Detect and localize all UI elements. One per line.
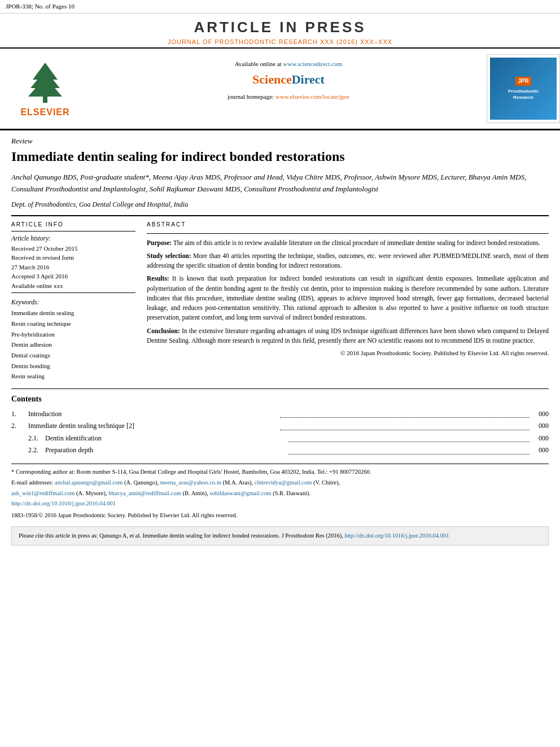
contents-dots-4	[288, 442, 530, 455]
header-section: ELSEVIER Available online at www.science…	[0, 49, 560, 130]
main-content: Review Immediate dentin sealing for indi…	[0, 130, 560, 551]
contents-page-3: 000	[532, 433, 549, 445]
two-column-section: ARTICLE INFO Article history: Received 2…	[11, 221, 549, 382]
keyword-6: Dentin bonding	[11, 361, 135, 372]
abstract-conclusion: Conclusion: In the extensive literature …	[147, 326, 549, 346]
purpose-label: Purpose:	[147, 239, 172, 246]
contents-dots-1	[280, 406, 530, 418]
issn-line: 1883-1958/© 2016 Japan Prosthodontic Soc…	[11, 511, 549, 521]
elsevier-tree-svg	[23, 60, 68, 105]
contents-dots-2	[280, 418, 530, 430]
email-2[interactable]: meena_aras@yahoo.co.in	[160, 479, 221, 486]
citation-text: Please cite this article in press as: Qa…	[19, 532, 343, 539]
corresponding-text: * Corresponding author at: Room number S…	[11, 469, 371, 475]
email-label: E-mail addresses:	[11, 479, 53, 486]
journal-title: JOURNAL OF PROSTHODONTIC RESEARCH XXX (2…	[0, 38, 560, 46]
abstract-study: Study selection: More than 40 articles r…	[147, 251, 549, 271]
right-column: ABSTRACT Purpose: The aim of this articl…	[147, 221, 549, 382]
abstract-divider	[147, 233, 549, 234]
sd-direct: Direct	[292, 72, 325, 86]
history-item-5: Available online xxx	[11, 281, 135, 291]
email-5[interactable]: bhavya_amin@rediffmail.com	[108, 490, 181, 496]
keyword-7: Resin sealing	[11, 371, 135, 382]
email-3[interactable]: chitrevidya@gmail.com	[255, 479, 312, 486]
elsevier-tree-icon	[20, 58, 71, 106]
left-column: ARTICLE INFO Article history: Received 2…	[11, 221, 135, 382]
study-text: More than 40 articles reporting the tech…	[147, 252, 549, 269]
keyword-5: Dental coatings	[11, 350, 135, 361]
keyword-3: Pre-hybridization	[11, 329, 135, 340]
journal-url[interactable]: www.elsevier.com/locate/jpor	[275, 93, 349, 100]
citation-bar: Please cite this article in press as: Qa…	[11, 526, 549, 545]
email-6[interactable]: sohildaswani@gmail.com	[209, 490, 271, 496]
sciencedirect-link[interactable]: www.sciencedirect.com	[283, 60, 342, 67]
history-label: Article history:	[11, 234, 135, 243]
contents-num-2: 2.	[11, 420, 28, 433]
conclusion-label: Conclusion:	[147, 327, 180, 334]
abstract-results: Results: It is known that tooth preparat…	[147, 274, 549, 322]
section-label: Review	[11, 136, 549, 146]
history-item-3: 27 March 2016	[11, 263, 135, 272]
aip-banner: ARTICLE IN PRESS JOURNAL OF PROSTHODONTI…	[0, 14, 560, 49]
purpose-text: The aim of this article is to review ava…	[173, 239, 540, 246]
history-item-4: Accepted 3 April 2016	[11, 272, 135, 281]
contents-text-2: Immediate dentin sealing technique [2]	[28, 420, 278, 433]
contents-page-2: 000	[532, 420, 549, 433]
keyword-1: Immediate dentin sealing	[11, 308, 135, 318]
left-col-divider-1	[11, 231, 135, 231]
contents-num-4: 2.2.	[28, 444, 45, 457]
jpr-badge: JPR	[515, 77, 531, 86]
results-label: Results:	[147, 275, 169, 282]
main-divider	[11, 215, 549, 216]
contents-page-4: 000	[532, 444, 549, 457]
abstract-heading: ABSTRACT	[147, 221, 549, 229]
doi-line: http://dx.doi.org/10.1016/j.jpor.2016.04…	[11, 499, 549, 509]
left-col-divider-2	[11, 292, 135, 293]
top-bar: JPOR-338; No. of Pages 10	[0, 0, 560, 14]
study-label: Study selection:	[147, 252, 191, 259]
contents-section: Contents 1. Introduction 000 2. Immediat…	[11, 388, 549, 457]
article-info-heading: ARTICLE INFO	[11, 221, 135, 229]
citation-doi[interactable]: http://dx.doi.org/10.1016/j.jpor.2016.04…	[344, 532, 449, 539]
contents-num-1: 1.	[11, 408, 28, 421]
journal-thumb: JPR ProsthodonticResearch	[487, 54, 560, 123]
contents-text-4: Preparation depth	[45, 444, 286, 457]
sciencedirect-logo: ScienceDirect	[102, 71, 475, 89]
email-4[interactable]: ash_win1@rediffmail.com	[11, 490, 75, 496]
keywords-label: Keywords:	[11, 298, 135, 307]
document-id: JPOR-338; No. of Pages 10	[6, 2, 75, 11]
email-line: E-mail addresses: anchal.qanungo@gmail.c…	[11, 478, 549, 488]
footnotes: * Corresponding author at: Room number S…	[11, 464, 549, 521]
sd-science: Science	[252, 72, 292, 86]
affiliation: Dept. of Prosthodontics, Goa Dental Coll…	[11, 200, 549, 209]
abstract-purpose: Purpose: The aim of this article is to r…	[147, 238, 549, 248]
results-text: It is known that tooth preparation for i…	[147, 275, 549, 321]
article-title: Immediate dentin sealing for indirect bo…	[11, 148, 549, 165]
authors: Anchal Qanungo BDS, Post-graduate studen…	[11, 172, 549, 195]
email-line-2: ash_win1@rediffmail.com (A. Mysore), bha…	[11, 489, 549, 499]
contents-text-1: Introduction	[28, 408, 278, 421]
elsevier-logo: ELSEVIER	[0, 54, 90, 123]
contents-dots-3	[288, 430, 530, 443]
keyword-2: Resin coating technique	[11, 318, 135, 329]
corresponding-author: * Corresponding author at: Room number S…	[11, 468, 549, 477]
aip-title: ARTICLE IN PRESS	[0, 17, 560, 37]
email-1[interactable]: anchal.qanungo@gmail.com	[55, 479, 123, 486]
contents-num-3: 2.1.	[28, 433, 45, 445]
center-info: Available online at www.sciencedirect.co…	[90, 54, 487, 123]
elsevier-text: ELSEVIER	[20, 106, 69, 119]
contents-page-1: 000	[532, 408, 549, 421]
contents-heading: Contents	[11, 394, 549, 405]
doi-url[interactable]: http://dx.doi.org/10.1016/j.jpor.2016.04…	[11, 500, 116, 506]
available-online-text: Available online at www.sciencedirect.co…	[102, 60, 475, 68]
contents-item-4: 2.2. Preparation depth 000	[11, 444, 549, 457]
keyword-4: Dentin adhesion	[11, 339, 135, 350]
copyright-line: © 2016 Japan Prosthodontic Society. Publ…	[147, 349, 549, 357]
history-item-2: Received in revised form	[11, 253, 135, 263]
journal-thumb-image: JPR ProsthodonticResearch	[490, 58, 557, 120]
conclusion-text: In the extensive literature regarding ad…	[147, 327, 549, 344]
contents-text-3: Dentin identification	[45, 433, 286, 445]
journal-homepage: journal homepage: www.elsevier.com/locat…	[102, 93, 475, 101]
history-item-1: Received 27 October 2015	[11, 244, 135, 254]
